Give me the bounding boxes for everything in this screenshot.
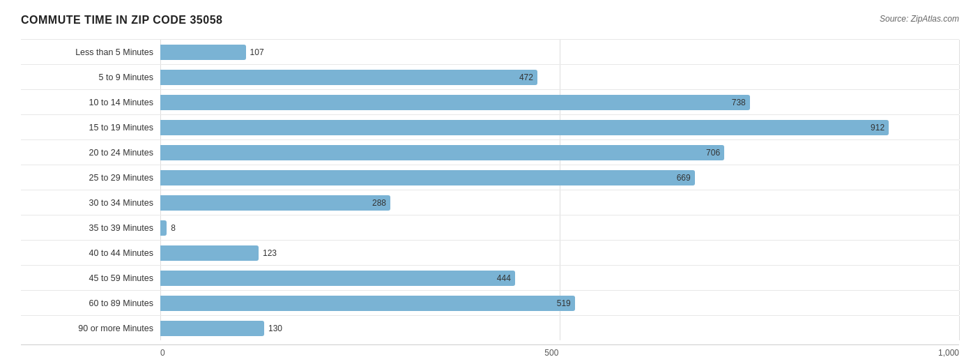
- bar-row: 25 to 29 Minutes669: [21, 165, 959, 190]
- bar-fill: 444: [160, 271, 515, 286]
- bar-fill: [160, 321, 264, 336]
- x-axis-labels: 05001,000: [160, 348, 959, 358]
- bar-value-label: 8: [171, 223, 176, 233]
- gridline-500: [560, 40, 560, 64]
- bar-track: 123: [160, 241, 959, 265]
- bar-value-label: 706: [706, 148, 720, 158]
- bar-track: 8: [160, 215, 959, 240]
- x-axis-label: 500: [544, 348, 558, 358]
- bar-fill: 519: [160, 296, 575, 311]
- gridline-1000: [959, 316, 960, 340]
- gridline-1000: [959, 190, 960, 215]
- bar-label: 90 or more Minutes: [21, 324, 160, 333]
- bar-label: 25 to 29 Minutes: [21, 173, 160, 183]
- gridline-500: [560, 190, 560, 215]
- bar-fill: [160, 220, 167, 236]
- bar-label: 40 to 44 Minutes: [21, 248, 160, 258]
- bar-row: 15 to 19 Minutes912: [21, 114, 959, 139]
- bar-track: 519: [160, 291, 959, 315]
- bar-track: 288: [160, 190, 959, 215]
- bar-track: 130: [160, 316, 959, 340]
- bar-row: 40 to 44 Minutes123: [21, 240, 959, 265]
- chart-title: COMMUTE TIME IN ZIP CODE 35058: [21, 14, 222, 26]
- chart-area: Less than 5 Minutes1075 to 9 Minutes4721…: [21, 39, 959, 340]
- bar-label: 15 to 19 Minutes: [21, 123, 160, 132]
- bar-fill: 706: [160, 145, 724, 160]
- bar-value-label: 738: [732, 98, 746, 107]
- bar-row: 35 to 39 Minutes8: [21, 215, 959, 240]
- bar-track: 912: [160, 115, 959, 139]
- bar-track: 107: [160, 40, 959, 64]
- x-axis: 05001,000: [21, 344, 959, 358]
- bar-label: 5 to 9 Minutes: [21, 73, 160, 82]
- source-label: Source: ZipAtlas.com: [880, 14, 959, 24]
- bar-value-label: 107: [250, 47, 264, 57]
- gridline-500: [560, 215, 560, 240]
- bar-row: 30 to 34 Minutes288: [21, 190, 959, 215]
- gridline-1000: [959, 165, 960, 190]
- bar-row: 10 to 14 Minutes738: [21, 89, 959, 114]
- bar-label: 35 to 39 Minutes: [21, 223, 160, 233]
- bar-row: 20 to 24 Minutes706: [21, 139, 959, 165]
- bar-value-label: 912: [871, 123, 885, 132]
- bar-row: 90 or more Minutes130: [21, 315, 959, 340]
- x-axis-label: 1,000: [938, 348, 959, 358]
- gridline-1000: [959, 40, 960, 64]
- bar-value-label: 123: [263, 248, 277, 258]
- gridline-1000: [959, 241, 960, 265]
- chart-header: COMMUTE TIME IN ZIP CODE 35058 Source: Z…: [21, 14, 959, 26]
- bar-row: 45 to 59 Minutes444: [21, 265, 959, 290]
- bar-label: 20 to 24 Minutes: [21, 148, 160, 158]
- gridline-500: [560, 241, 560, 265]
- gridline-500: [560, 316, 560, 340]
- gridline-1000: [959, 140, 960, 165]
- bar-value-label: 472: [519, 73, 533, 82]
- bar-track: 444: [160, 266, 959, 290]
- bar-row: Less than 5 Minutes107: [21, 39, 959, 64]
- bar-row: 5 to 9 Minutes472: [21, 64, 959, 89]
- bar-fill: 288: [160, 195, 390, 211]
- bar-value-label: 444: [497, 273, 511, 283]
- bar-label: 30 to 34 Minutes: [21, 198, 160, 208]
- bar-track: 738: [160, 90, 959, 114]
- bar-fill: 472: [160, 70, 537, 85]
- gridline-1000: [959, 215, 960, 240]
- bar-value-label: 669: [677, 173, 691, 183]
- bar-label: 10 to 14 Minutes: [21, 98, 160, 107]
- bar-fill: 738: [160, 95, 750, 110]
- bar-value-label: 519: [557, 298, 571, 308]
- bar-label: 45 to 59 Minutes: [21, 273, 160, 283]
- gridline-1000: [959, 115, 960, 139]
- bar-row: 60 to 89 Minutes519: [21, 290, 959, 315]
- gridline-500: [560, 65, 560, 89]
- bar-fill: 912: [160, 120, 889, 135]
- bar-value-label: 130: [268, 324, 282, 333]
- gridline-1000: [959, 65, 960, 89]
- gridline-1000: [959, 266, 960, 290]
- bar-track: 669: [160, 165, 959, 190]
- gridline-500: [560, 266, 560, 290]
- bar-fill: [160, 245, 259, 261]
- chart-container: COMMUTE TIME IN ZIP CODE 35058 Source: Z…: [21, 14, 959, 358]
- bar-track: 706: [160, 140, 959, 165]
- bar-label: 60 to 89 Minutes: [21, 298, 160, 308]
- bar-fill: 669: [160, 170, 695, 185]
- bar-label: Less than 5 Minutes: [21, 47, 160, 57]
- gridline-1000: [959, 90, 960, 114]
- bar-track: 472: [160, 65, 959, 89]
- gridline-1000: [959, 291, 960, 315]
- bar-value-label: 288: [372, 198, 386, 208]
- x-axis-label: 0: [160, 348, 165, 358]
- bar-fill: [160, 45, 246, 60]
